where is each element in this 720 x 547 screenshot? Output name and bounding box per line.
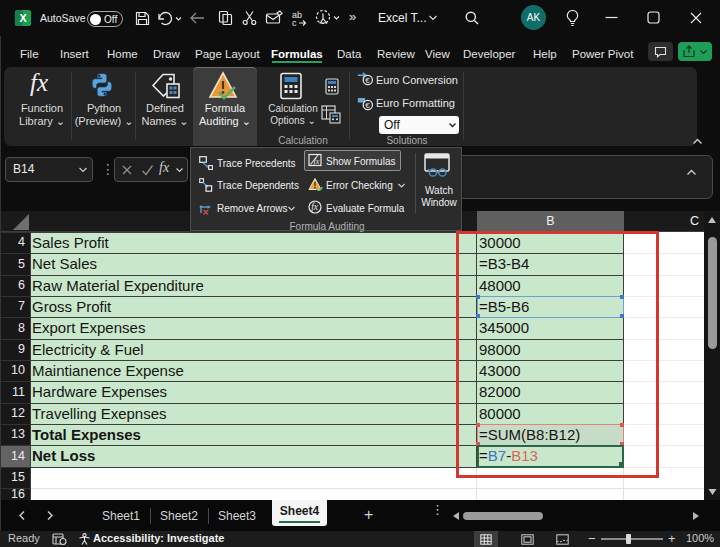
svg-text:€: €	[365, 76, 370, 85]
svg-text:fx: fx	[314, 157, 320, 166]
svg-text:X: X	[19, 12, 27, 24]
svg-text:c: c	[292, 18, 297, 27]
svg-text:€: €	[365, 101, 370, 110]
svg-text:fx: fx	[311, 202, 319, 212]
